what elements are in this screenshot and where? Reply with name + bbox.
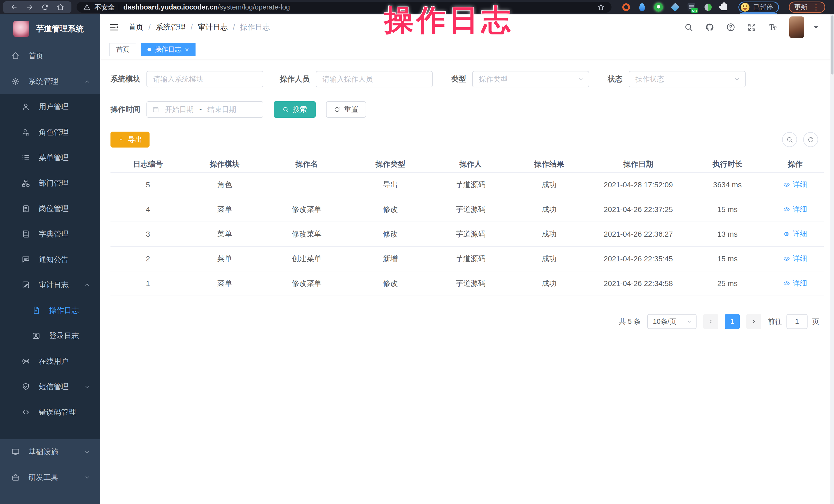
ext-orange-icon[interactable]: [622, 3, 630, 11]
ext-puzzle-icon[interactable]: [721, 4, 727, 10]
ext-stack-icon[interactable]: on: [687, 3, 695, 11]
eye-icon: [783, 255, 790, 262]
address-bar[interactable]: 不安全 dashboard.yudao.iocoder.cn/system/lo…: [76, 2, 612, 13]
cell-action: 详细: [767, 278, 824, 289]
browser-menu-icon[interactable]: ⋮: [812, 3, 820, 11]
caret-down-icon[interactable]: [811, 23, 821, 32]
fullscreen-icon[interactable]: [747, 23, 756, 32]
breadcrumb-audit[interactable]: 审计日志: [198, 22, 228, 32]
sidebar-item-operate-log[interactable]: 操作日志: [0, 298, 100, 323]
sidebar-item-sms[interactable]: 短信管理: [0, 374, 100, 399]
paused-extension-chip[interactable]: 已暂停: [739, 2, 779, 13]
sidebar-item-home[interactable]: 首页: [0, 43, 100, 69]
chevron-left-icon: [708, 319, 714, 325]
detail-link[interactable]: 详细: [783, 180, 807, 190]
sidebar-item-errcode[interactable]: 错误码管理: [0, 399, 100, 425]
detail-label: 详细: [793, 204, 807, 214]
eye-icon: [783, 280, 790, 287]
operator-input[interactable]: [316, 71, 433, 87]
fontsize-icon[interactable]: [768, 23, 777, 32]
detail-link[interactable]: 详细: [783, 254, 807, 263]
tab-operate-log[interactable]: 操作日志 ×: [141, 43, 196, 56]
eye-icon: [783, 231, 790, 238]
sidebar-item-label: 错误码管理: [39, 407, 76, 417]
help-icon[interactable]: [726, 23, 736, 32]
goto-page-input[interactable]: [787, 314, 808, 329]
sidebar-item-tree[interactable]: 部门管理: [0, 170, 100, 196]
search-button[interactable]: 搜索: [273, 101, 316, 118]
detail-link[interactable]: 详细: [783, 204, 807, 214]
hamburger-icon[interactable]: [109, 22, 119, 32]
download-icon: [118, 136, 124, 143]
ext-pin-icon[interactable]: [639, 3, 645, 11]
browser-update-button[interactable]: 更新 ⋮: [789, 2, 825, 13]
cell-operator: 芋道源码: [432, 204, 510, 215]
page-size-select[interactable]: 10条/页: [647, 314, 697, 329]
forward-icon[interactable]: [26, 3, 34, 11]
detail-link[interactable]: 详细: [783, 229, 807, 239]
scrollbar-thumb[interactable]: [831, 16, 833, 74]
tab-label: 操作日志: [155, 45, 181, 54]
sidebar-item-login-log[interactable]: 登录日志: [0, 323, 100, 349]
close-icon[interactable]: ×: [185, 46, 189, 53]
cell-type: 修改: [349, 204, 432, 215]
time-label: 操作时间: [110, 104, 140, 115]
bookmark-star-icon[interactable]: [597, 3, 605, 11]
type-select[interactable]: 操作类型: [472, 71, 589, 87]
page-1-button[interactable]: 1: [725, 314, 740, 329]
sidebar-item-label: 首页: [28, 51, 43, 61]
sidebar-item-badge[interactable]: 岗位管理: [0, 196, 100, 221]
gear-icon: [11, 77, 20, 86]
url-path: /system/log/operate-log: [218, 3, 290, 11]
breadcrumb-current: 操作日志: [240, 22, 270, 32]
reset-button[interactable]: 重置: [326, 101, 366, 118]
sidebar-item-tool[interactable]: 研发工具: [0, 465, 100, 490]
home-icon[interactable]: [57, 3, 64, 11]
ext-green-icon[interactable]: [654, 3, 663, 12]
sidebar-item-dict[interactable]: 字典管理: [0, 221, 100, 247]
ext-leaf-icon[interactable]: [704, 4, 712, 11]
github-icon[interactable]: [705, 23, 714, 32]
user-avatar[interactable]: [789, 17, 804, 38]
sidebar-item-role[interactable]: 角色管理: [0, 119, 100, 145]
breadcrumb-system[interactable]: 系统管理: [156, 22, 185, 32]
sidebar-item-notice[interactable]: 通知公告: [0, 247, 100, 272]
toggle-search-button[interactable]: [782, 132, 797, 147]
sidebar-item-online[interactable]: 在线用户: [0, 349, 100, 374]
table-tools: [782, 132, 818, 147]
sidebar-item-user[interactable]: 用户管理: [0, 94, 100, 119]
goto-page: 前往 页: [768, 314, 819, 329]
column-header: 执行时长: [688, 159, 767, 169]
column-header: 操作结果: [510, 159, 588, 169]
ext-gem-icon[interactable]: [671, 3, 680, 12]
sidebar-item-menu[interactable]: 菜单管理: [0, 145, 100, 170]
app-logo[interactable]: 芋道管理系统: [0, 15, 100, 43]
date-range-picker[interactable]: 开始日期 - 结束日期: [147, 101, 263, 118]
prev-page-button[interactable]: [703, 314, 718, 329]
search-icon[interactable]: [684, 23, 693, 32]
sidebar-item-infra[interactable]: 基础设施: [0, 439, 100, 465]
column-header: 操作: [767, 159, 824, 169]
sidebar-item-label: 审计日志: [39, 280, 69, 290]
next-page-button[interactable]: [746, 314, 761, 329]
submenu-divider: [0, 425, 100, 439]
module-label: 系统模块: [110, 74, 140, 84]
browser-nav-buttons: [3, 1, 71, 13]
refresh-table-button[interactable]: [803, 132, 818, 147]
sidebar-item-audit[interactable]: 审计日志: [0, 272, 100, 298]
reload-icon[interactable]: [41, 3, 49, 11]
breadcrumb-home[interactable]: 首页: [129, 22, 144, 32]
cell-result: 成功: [510, 180, 588, 190]
export-button[interactable]: 导出: [110, 132, 150, 148]
refresh-icon: [334, 106, 341, 113]
cell-operator: 芋道源码: [432, 229, 510, 239]
tab-home[interactable]: 首页: [109, 43, 136, 56]
page-scrollbar[interactable]: [830, 15, 834, 504]
detail-link[interactable]: 详细: [783, 278, 807, 288]
sidebar-item-gear[interactable]: 系统管理: [0, 69, 100, 94]
back-icon[interactable]: [10, 3, 18, 11]
module-input[interactable]: [147, 71, 263, 87]
status-select[interactable]: 操作状态: [629, 71, 746, 87]
cell-date: 2021-04-26 22:37:25: [588, 205, 688, 214]
page-size-value: 10条/页: [653, 317, 677, 326]
